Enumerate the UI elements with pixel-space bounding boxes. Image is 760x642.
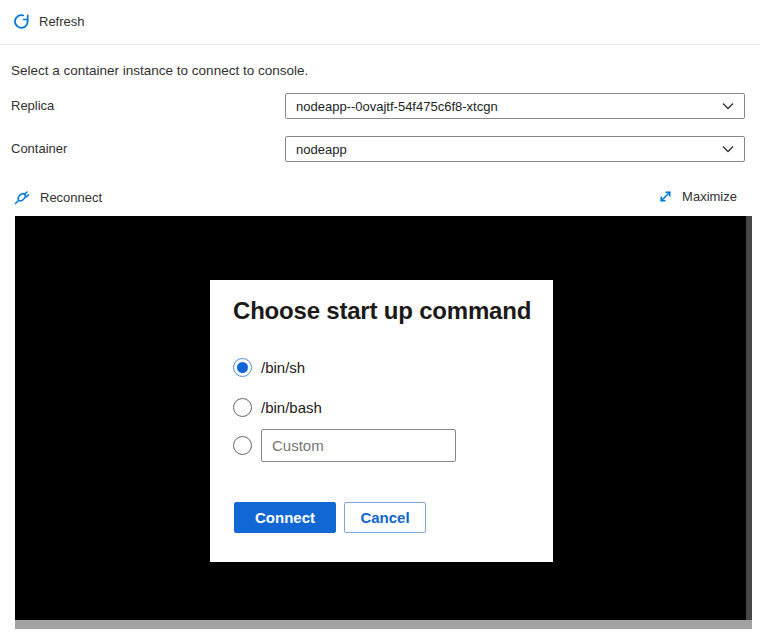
replica-dropdown-value: nodeapp--0ovajtf-54f475c6f8-xtcgn bbox=[296, 99, 498, 114]
instructions-text: Select a container instance to connect t… bbox=[11, 63, 308, 78]
custom-command-input[interactable] bbox=[261, 429, 456, 462]
refresh-label: Refresh bbox=[39, 14, 85, 29]
maximize-button[interactable]: Maximize bbox=[657, 188, 737, 205]
radio-option-custom[interactable] bbox=[233, 429, 456, 462]
refresh-button[interactable]: Refresh bbox=[13, 13, 85, 30]
container-dropdown-value: nodeapp bbox=[296, 142, 347, 157]
maximize-label: Maximize bbox=[682, 189, 737, 204]
radio-unselected-icon[interactable] bbox=[233, 436, 252, 455]
dialog-button-row: Connect Cancel bbox=[234, 502, 426, 533]
radio-option-bin-bash[interactable]: /bin/bash bbox=[233, 396, 322, 418]
radio-option-bin-sh[interactable]: /bin/sh bbox=[233, 356, 305, 378]
cancel-button[interactable]: Cancel bbox=[344, 502, 426, 533]
radio-label: /bin/sh bbox=[261, 359, 305, 376]
reconnect-button[interactable]: Reconnect bbox=[13, 188, 102, 206]
replica-dropdown[interactable]: nodeapp--0ovajtf-54f475c6f8-xtcgn bbox=[285, 93, 745, 119]
maximize-diagonal-arrows-icon bbox=[657, 188, 674, 205]
container-console-page: Refresh Select a container instance to c… bbox=[0, 0, 760, 642]
reconnect-label: Reconnect bbox=[40, 190, 102, 205]
radio-label: /bin/bash bbox=[261, 399, 322, 416]
refresh-icon bbox=[13, 13, 30, 30]
radio-unselected-icon[interactable] bbox=[233, 398, 252, 417]
console-vertical-scrollbar[interactable] bbox=[746, 216, 752, 620]
startup-command-dialog: Choose start up command /bin/sh /bin/bas… bbox=[210, 280, 553, 562]
container-label: Container bbox=[11, 141, 67, 156]
toolbar-divider bbox=[0, 44, 760, 45]
container-dropdown[interactable]: nodeapp bbox=[285, 136, 745, 162]
plug-reconnect-icon bbox=[13, 188, 31, 206]
chevron-down-icon bbox=[721, 99, 735, 113]
connect-button[interactable]: Connect bbox=[234, 502, 336, 533]
console-horizontal-scrollbar[interactable] bbox=[15, 620, 752, 629]
replica-label: Replica bbox=[11, 98, 54, 113]
chevron-down-icon bbox=[721, 142, 735, 156]
radio-selected-icon[interactable] bbox=[233, 358, 252, 377]
dialog-title: Choose start up command bbox=[233, 297, 531, 325]
